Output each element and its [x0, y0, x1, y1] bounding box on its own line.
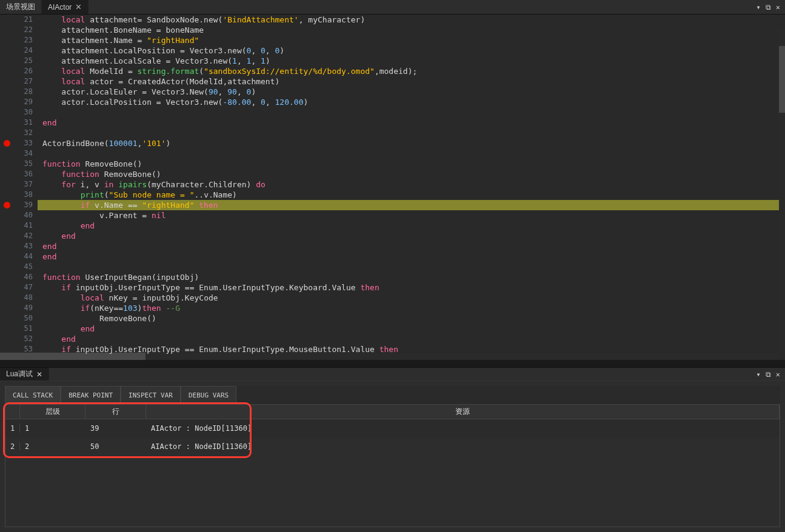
code-editor[interactable]: 2122232425262728293031323334353637383940… — [0, 15, 785, 360]
dropdown-icon[interactable]: ▾ — [757, 3, 761, 12]
line-content: print("Sub node name = "..v.Name) — [38, 190, 237, 199]
breakpoint-slot[interactable] — [0, 210, 13, 221]
code-line[interactable]: function RemoveBone() — [38, 159, 785, 169]
tab-lua-debug[interactable]: Lua调试 ✕ — [0, 368, 49, 381]
close-icon[interactable]: ✕ — [776, 3, 780, 12]
close-icon[interactable]: ✕ — [75, 2, 82, 12]
code-line[interactable]: local nKey = inputObj.KeyCode — [38, 293, 785, 303]
breakpoint-slot[interactable] — [0, 282, 13, 293]
line-number: 28 — [13, 87, 33, 97]
table-row[interactable]: 1139AIActor : NodeID[11360] — [5, 419, 780, 437]
code-line[interactable]: function RemoveBone() — [38, 169, 785, 179]
breakpoint-slot[interactable] — [0, 138, 13, 148]
breakpoint-slot[interactable] — [0, 303, 13, 313]
code-line[interactable]: end — [38, 334, 785, 344]
close-icon[interactable]: ✕ — [36, 370, 42, 379]
breakpoint-slot[interactable] — [0, 324, 13, 334]
line-content: end — [38, 221, 95, 230]
code-line[interactable]: ActorBindBone(100001,'101') — [38, 138, 785, 148]
breakpoint-slot[interactable] — [0, 97, 13, 107]
code-line[interactable]: v.Parent = nil — [38, 210, 785, 221]
breakpoint-slot[interactable] — [0, 107, 13, 118]
breakpoint-slot[interactable] — [0, 190, 13, 200]
code-line[interactable]: local ModelId = string.format("sandboxSy… — [38, 66, 785, 76]
breakpoint-slot[interactable] — [0, 221, 13, 231]
code-line[interactable] — [38, 262, 785, 272]
mode-tab-inspect-var[interactable]: INSPECT VAR — [121, 386, 181, 404]
code-line[interactable]: end — [38, 241, 785, 251]
line-content: if v.Name == "rightHand" then — [38, 201, 218, 210]
line-content: local actor = CreatedActor(ModelId,attac… — [38, 77, 279, 86]
dropdown-icon[interactable]: ▾ — [757, 370, 761, 379]
breakpoint-gutter[interactable] — [0, 15, 13, 360]
mode-tab-break-point[interactable]: BREAK POINT — [61, 386, 121, 404]
breakpoint-slot[interactable] — [0, 25, 13, 35]
code-line[interactable]: if v.Name == "rightHand" then — [38, 200, 785, 210]
tab-scene-view[interactable]: 场景视图 — [0, 0, 42, 14]
code-line[interactable]: local actor = CreatedActor(ModelId,attac… — [38, 76, 785, 87]
code-line[interactable]: actor.LocalPosition = Vector3.new(-80.00… — [38, 97, 785, 107]
scrollbar-thumb[interactable] — [779, 46, 785, 113]
restore-icon[interactable]: ⧉ — [766, 370, 771, 379]
breakpoint-slot[interactable] — [0, 76, 13, 87]
code-line[interactable]: for i, v in ipairs(myCharacter.Children)… — [38, 179, 785, 190]
code-line[interactable]: end — [38, 231, 785, 241]
code-line[interactable] — [38, 107, 785, 118]
breakpoint-slot[interactable] — [0, 66, 13, 76]
code-line[interactable] — [38, 148, 785, 159]
panel-controls: ▾ ⧉ ✕ — [757, 0, 785, 14]
breakpoint-slot[interactable] — [0, 159, 13, 169]
splitter[interactable] — [0, 360, 785, 367]
code-line[interactable]: attachment.LocalScale = Vector3.new(1, 1… — [38, 56, 785, 66]
line-number: 49 — [13, 303, 33, 313]
code-line[interactable]: local attachment= SandboxNode.new('BindA… — [38, 15, 785, 25]
code-line[interactable]: attachment.Name = "rightHand" — [38, 35, 785, 45]
tab-aiactor[interactable]: AIActor ✕ — [42, 0, 89, 14]
code-line[interactable]: end — [38, 251, 785, 262]
breakpoint-slot[interactable] — [0, 35, 13, 45]
code-line[interactable]: actor.LocalEuler = Vector3.New(90, 90, 0… — [38, 87, 785, 97]
breakpoint-slot[interactable] — [0, 56, 13, 66]
breakpoint-slot[interactable] — [0, 251, 13, 262]
restore-icon[interactable]: ⧉ — [766, 3, 771, 12]
code-line[interactable]: attachment.LocalPosition = Vector3.new(0… — [38, 45, 785, 56]
breakpoint-slot[interactable] — [0, 313, 13, 324]
code-line[interactable]: attachment.BoneName = boneName — [38, 25, 785, 35]
code-line[interactable]: end — [38, 221, 785, 231]
breakpoint-slot[interactable] — [0, 148, 13, 159]
breakpoint-icon[interactable] — [4, 140, 10, 147]
line-number: 23 — [13, 35, 33, 45]
table-row[interactable]: 2250AIActor : NodeID[11360] — [5, 437, 780, 456]
breakpoint-slot[interactable] — [0, 45, 13, 56]
breakpoint-slot[interactable] — [0, 179, 13, 190]
mode-tab-debug-vars[interactable]: DEBUG VARS — [181, 386, 236, 404]
breakpoint-slot[interactable] — [0, 293, 13, 303]
breakpoint-slot[interactable] — [0, 169, 13, 179]
close-icon[interactable]: ✕ — [776, 370, 780, 379]
breakpoint-slot[interactable] — [0, 128, 13, 138]
code-line[interactable]: function UserInputBegan(inputObj) — [38, 272, 785, 282]
breakpoint-slot[interactable] — [0, 15, 13, 25]
code-line[interactable]: RemoveBone() — [38, 313, 785, 324]
code-line[interactable]: print("Sub node name = "..v.Name) — [38, 190, 785, 200]
vertical-scrollbar[interactable] — [779, 29, 785, 353]
breakpoint-icon[interactable] — [4, 202, 10, 208]
code-line[interactable]: if(nKey==103)then --G — [38, 303, 785, 313]
breakpoint-slot[interactable] — [0, 262, 13, 272]
breakpoint-slot[interactable] — [0, 334, 13, 344]
code-line[interactable] — [38, 128, 785, 138]
code-line[interactable]: end — [38, 324, 785, 334]
breakpoint-slot[interactable] — [0, 200, 13, 210]
line-content: function UserInputBegan(inputObj) — [38, 273, 199, 282]
breakpoint-slot[interactable] — [0, 231, 13, 241]
tab-label: Lua调试 — [6, 369, 33, 379]
mode-tab-call-stack[interactable]: CALL STACK — [5, 386, 61, 404]
breakpoint-slot[interactable] — [0, 118, 13, 128]
breakpoint-slot[interactable] — [0, 241, 13, 251]
code-line[interactable]: if inputObj.UserInputType == Enum.UserIn… — [38, 282, 785, 293]
code-line[interactable]: end — [38, 118, 785, 128]
code-area[interactable]: local attachment= SandboxNode.new('BindA… — [38, 15, 785, 360]
breakpoint-slot[interactable] — [0, 87, 13, 97]
breakpoint-slot[interactable] — [0, 272, 13, 282]
line-content — [38, 262, 42, 271]
